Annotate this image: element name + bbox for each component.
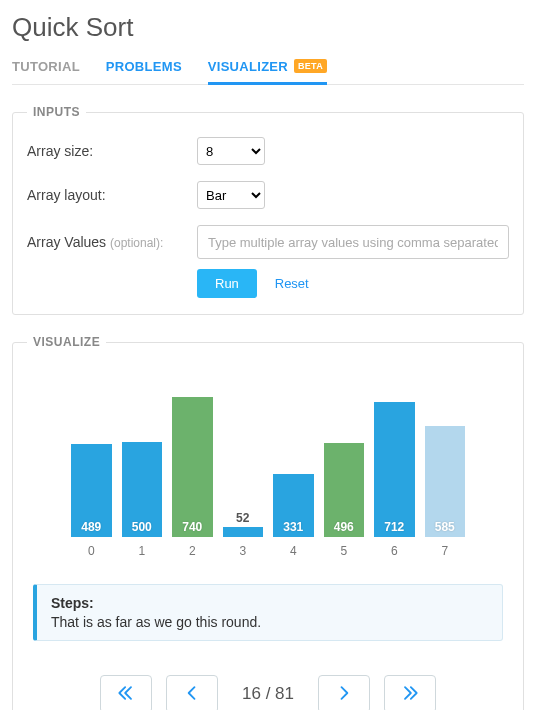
step-counter: 16 / 81 xyxy=(232,684,304,704)
tab-visualizer[interactable]: VISUALIZER BETA xyxy=(208,53,327,84)
bar-value-label: 712 xyxy=(384,520,404,534)
bar-value-label: 496 xyxy=(334,520,354,534)
array-layout-label: Array layout: xyxy=(27,187,197,203)
bar-value-label: 740 xyxy=(182,520,202,534)
x-tick: 2 xyxy=(172,544,213,558)
step-box: Steps: That is as far as we go this roun… xyxy=(33,584,503,641)
visualize-panel: VISUALIZE 48950074052331496712585 012345… xyxy=(12,335,524,710)
array-values-input[interactable] xyxy=(197,225,509,259)
bar-1: 500 xyxy=(122,442,163,537)
x-tick: 6 xyxy=(374,544,415,558)
tab-bar: TUTORIAL PROBLEMS VISUALIZER BETA xyxy=(12,53,524,85)
x-tick: 3 xyxy=(223,544,264,558)
x-tick: 7 xyxy=(425,544,466,558)
inputs-panel: INPUTS Array size: 8 Array layout: Bar A… xyxy=(12,105,524,315)
bar-value-label: 331 xyxy=(283,520,303,534)
bar-2: 740 xyxy=(172,397,213,537)
page-title: Quick Sort xyxy=(12,12,524,43)
bar-chart-xaxis: 01234567 xyxy=(41,544,495,558)
last-button[interactable] xyxy=(384,675,436,710)
array-size-label: Array size: xyxy=(27,143,197,159)
bar-4: 331 xyxy=(273,474,314,537)
pager: 16 / 81 xyxy=(27,675,509,710)
reset-button[interactable]: Reset xyxy=(275,276,309,291)
visualize-legend: VISUALIZE xyxy=(27,335,106,349)
tab-tutorial[interactable]: TUTORIAL xyxy=(12,53,80,84)
beta-badge: BETA xyxy=(294,59,327,73)
bar-5: 496 xyxy=(324,443,365,537)
x-tick: 0 xyxy=(71,544,112,558)
bar-7: 585 xyxy=(425,426,466,537)
bar-6: 712 xyxy=(374,402,415,537)
x-tick: 5 xyxy=(324,544,365,558)
bar-value-label: 500 xyxy=(132,520,152,534)
run-button[interactable]: Run xyxy=(197,269,257,298)
step-title: Steps: xyxy=(51,595,488,611)
x-tick: 1 xyxy=(122,544,163,558)
array-size-select[interactable]: 8 xyxy=(197,137,265,165)
tab-visualizer-label: VISUALIZER xyxy=(208,59,288,74)
tab-problems[interactable]: PROBLEMS xyxy=(106,53,182,84)
double-chevron-left-icon xyxy=(116,683,136,706)
bar-3: 52 xyxy=(223,527,264,537)
prev-button[interactable] xyxy=(166,675,218,710)
chevron-left-icon xyxy=(182,683,202,706)
bar-0: 489 xyxy=(71,444,112,537)
inputs-legend: INPUTS xyxy=(27,105,86,119)
x-tick: 4 xyxy=(273,544,314,558)
bar-value-label: 489 xyxy=(81,520,101,534)
step-text: That is as far as we go this round. xyxy=(51,614,488,630)
bar-value-label: 52 xyxy=(236,511,249,525)
next-button[interactable] xyxy=(318,675,370,710)
bar-chart: 48950074052331496712585 xyxy=(41,377,495,537)
double-chevron-right-icon xyxy=(400,683,420,706)
array-values-label: Array Values (optional): xyxy=(27,234,197,250)
first-button[interactable] xyxy=(100,675,152,710)
array-layout-select[interactable]: Bar xyxy=(197,181,265,209)
bar-value-label: 585 xyxy=(435,520,455,534)
chevron-right-icon xyxy=(334,683,354,706)
